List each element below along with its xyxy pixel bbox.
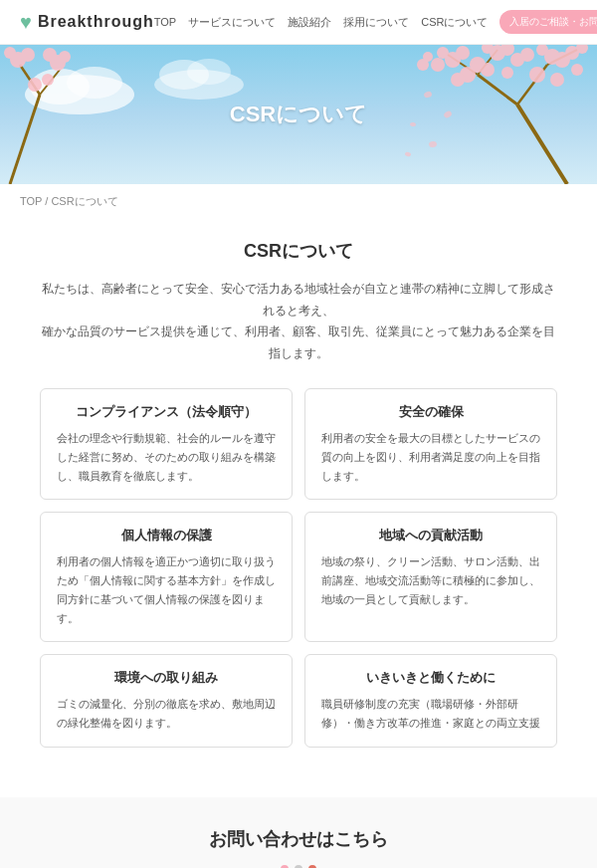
csr-card-4-title: 地域への貢献活動 <box>321 527 540 544</box>
main-content: CSRについて 私たちは、高齢者にとって安全、安心で活力ある地域社会が自立と連帯… <box>0 219 597 777</box>
dot-2 <box>295 865 302 868</box>
logo-icon: ♥ <box>20 11 32 34</box>
svg-point-38 <box>443 109 453 118</box>
site-header: ♥ Breakthrough TOP サービスについて 施設紹介 採用について … <box>0 0 597 45</box>
dot-1 <box>281 865 289 868</box>
csr-card-5-text: ゴミの減量化、分別の徹底を求め、敷地周辺の緑化整備を図ります。 <box>57 695 276 732</box>
csr-card-1: コンプライアンス（法令順守） 会社の理念や行動規範、社会的ルールを遵守した経営に… <box>40 388 293 500</box>
nav-services[interactable]: サービスについて <box>188 15 276 30</box>
svg-point-21 <box>431 58 445 72</box>
svg-line-7 <box>478 75 517 105</box>
logo[interactable]: ♥ Breakthrough <box>20 11 154 34</box>
svg-point-27 <box>520 48 534 62</box>
csr-card-6: いきいきと働くために 職員研修制度の充実（職場研修・外部研修）・働き方改革の推進… <box>304 654 557 747</box>
nav-recruit[interactable]: 採用について <box>343 15 409 30</box>
svg-point-31 <box>417 59 429 71</box>
cherry-blossom-right <box>398 45 597 184</box>
nav-facilities[interactable]: 施設紹介 <box>288 15 331 30</box>
main-nav: TOP サービスについて 施設紹介 採用について CSRについて 入居のご相談・… <box>154 10 597 34</box>
csr-card-5: 環境への取り組み ゴミの減量化、分別の徹底を求め、敷地周辺の緑化整備を図ります。 <box>40 654 293 747</box>
csr-card-6-title: いきいきと働くために <box>321 669 540 687</box>
nav-top[interactable]: TOP <box>154 16 176 28</box>
svg-point-29 <box>554 52 570 68</box>
csr-card-4: 地域への貢献活動 地域の祭り、クリーン活動、サロン活動、出前講座、地域交流活動等… <box>304 512 557 642</box>
svg-point-51 <box>42 74 54 86</box>
cloud-center <box>149 50 249 100</box>
csr-card-4-text: 地域の祭り、クリーン活動、サロン活動、出前講座、地域交流活動等に積極的に参加し、… <box>321 552 540 608</box>
nav-contact-btn[interactable]: 入居のご相談・お問い合わせ <box>499 10 597 34</box>
csr-card-2-title: 安全の確保 <box>321 403 540 421</box>
csr-card-2-text: 利用者の安全を最大の目標としたサービスの質の向上を図り、利用者満足度の向上を目指… <box>321 429 540 485</box>
csr-description: 私たちは、高齢者にとって安全、安心で活力ある地域社会が自立と連帯の精神に立脚して… <box>40 279 557 364</box>
svg-point-34 <box>550 73 564 87</box>
csr-card-3-text: 利用者の個人情報を適正かつ適切に取り扱うため「個人情報に関する基本方針」を作成し… <box>57 552 276 627</box>
csr-card-1-text: 会社の理念や行動規範、社会的ルールを遵守した経営に努め、そのための取り組みを構築… <box>57 429 276 485</box>
svg-point-39 <box>405 151 412 156</box>
svg-point-40 <box>429 140 438 147</box>
svg-point-49 <box>43 48 57 62</box>
svg-point-37 <box>410 122 417 127</box>
csr-card-3: 個人情報の保護 利用者の個人情報を適正かつ適切に取り扱うため「個人情報に関する基… <box>40 512 293 642</box>
csr-card-1-title: コンプライアンス（法令順守） <box>57 403 276 421</box>
hero-title: CSRについて <box>230 100 367 129</box>
csr-card-2: 安全の確保 利用者の安全を最大の目標としたサービスの質の向上を図り、利用者満足度… <box>304 388 557 500</box>
svg-point-13 <box>437 47 449 59</box>
contact-dots <box>40 865 557 868</box>
contact-section: お問い合わせはこちら お電話でのご相談 📞 0848-48-5651 受付時間 … <box>0 797 597 868</box>
nav-csr[interactable]: CSRについて <box>421 15 488 30</box>
svg-point-5 <box>187 59 231 85</box>
svg-point-25 <box>481 63 495 77</box>
csr-card-6-text: 職員研修制度の充実（職場研修・外部研修）・働き方改革の推進・家庭との両立支援 <box>321 695 540 732</box>
svg-point-32 <box>451 73 465 87</box>
csr-card-3-title: 個人情報の保護 <box>57 527 276 544</box>
svg-point-14 <box>456 46 470 60</box>
dot-3 <box>308 865 316 868</box>
csr-card-grid: コンプライアンス（法令順守） 会社の理念や行動規範、社会的ルールを遵守した経営に… <box>40 388 557 747</box>
svg-line-6 <box>517 105 567 184</box>
svg-point-36 <box>423 91 433 99</box>
svg-point-26 <box>501 67 513 79</box>
hero-section: CSRについて <box>0 45 597 184</box>
contact-title: お問い合わせはこちら <box>40 827 557 851</box>
svg-line-41 <box>10 95 40 184</box>
svg-point-35 <box>571 64 583 76</box>
svg-point-45 <box>4 47 16 59</box>
svg-point-46 <box>21 48 35 62</box>
csr-card-5-title: 環境への取り組み <box>57 669 276 687</box>
cherry-blossom-left <box>0 45 80 184</box>
svg-point-33 <box>529 67 545 83</box>
logo-text: Breakthrough <box>38 13 154 31</box>
csr-title: CSRについて <box>40 239 557 263</box>
svg-point-50 <box>28 78 42 92</box>
svg-point-48 <box>59 51 71 63</box>
breadcrumb: TOP / CSRについて <box>0 184 597 219</box>
